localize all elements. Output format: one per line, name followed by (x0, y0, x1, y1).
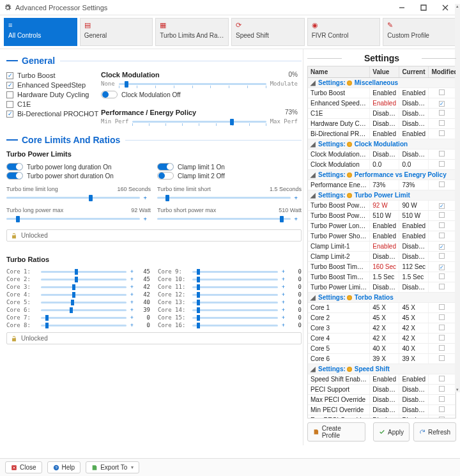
section-core-limits-heading: Core Limits And Ratios (6, 135, 302, 145)
settings-row[interactable]: Turbo BoostEnabledEnabled (308, 88, 456, 98)
window-minimize[interactable] (391, 1, 413, 15)
settings-row[interactable]: Turbo Boost Time Wind…1.5 Sec1.5 Sec (308, 272, 456, 282)
ratio-row[interactable]: Core 3:+42 (6, 284, 150, 290)
create-profile-button[interactable]: Create Profile (307, 422, 365, 441)
settings-row[interactable]: Core 342 X42 X (308, 323, 456, 334)
group-row[interactable]: ◢Settings:Turbo Power Limit (308, 190, 456, 201)
settings-row[interactable]: Speed Shift EnabledEnabledEnabled (308, 374, 456, 385)
window-close[interactable] (434, 1, 456, 15)
unlock-icon (11, 233, 17, 239)
settings-row[interactable]: Clock Modulation IsEna…DisabledDisabled (308, 150, 456, 160)
field-slider[interactable]: + (157, 215, 298, 222)
help-button[interactable]: ? Help (47, 461, 81, 473)
tab-speed[interactable]: ⟳Speed Shift (231, 18, 305, 46)
settings-row[interactable]: Core 639 X39 X (308, 354, 456, 364)
ratio-row[interactable]: Core 4:+42 (6, 291, 150, 298)
apply-button[interactable]: Apply (373, 422, 410, 441)
field-slider[interactable]: + (157, 194, 298, 201)
ratio-row[interactable]: Core 6:+39 (6, 307, 150, 313)
settings-row[interactable]: Turbo Power Short Dur…EnabledEnabled (308, 231, 456, 242)
settings-row[interactable]: Epp PECI OverrideDisabledDisabled (308, 415, 456, 419)
settings-row[interactable]: Turbo Power Long Dura…EnabledEnabled (308, 221, 456, 231)
settings-row[interactable]: Performance Energy Po…73%73% (308, 180, 456, 190)
clock-mod-toggle[interactable]: Clock Modulation Off (101, 91, 181, 98)
clock-mod-slider[interactable]: None Modulate (101, 81, 298, 87)
tab-all[interactable]: ≡All Controls (4, 18, 77, 46)
toggle-clamp-limit-2-off[interactable]: Clamp limit 2 Off (157, 172, 302, 180)
checkbox-enhanced-speedstep[interactable]: Enhanced SpeedStep (6, 81, 101, 89)
field-slider[interactable]: + (6, 215, 147, 222)
settings-row[interactable]: Clamp Limit-2DisabledDisabled (308, 252, 456, 262)
settings-row[interactable]: C1EDisabledDisabled (308, 109, 456, 119)
speed-tab-icon: ⟳ (236, 21, 245, 30)
ratio-row[interactable]: Core 11:+0 (158, 284, 302, 290)
settings-row[interactable]: Max PECI OverrideDisabledDisabled (308, 395, 456, 405)
export-button[interactable]: Export To ▾ (86, 461, 139, 473)
settings-row[interactable]: Hardware Duty CyclingDisabledDisabled (308, 119, 456, 129)
settings-row[interactable]: Turbo Boost Power Ma…510 W510 W (308, 211, 456, 221)
ratio-row[interactable]: Core 15:+0 (158, 314, 302, 321)
settings-row[interactable]: Turbo Boost Time Wind…160 Sec112 Sec (308, 262, 456, 272)
settings-row[interactable]: Enhanced SpeedStepEnabledDisabled (308, 98, 456, 109)
settings-row[interactable]: Min PECI OverrideDisabledDisabled (308, 405, 456, 415)
turbo-power-lock[interactable]: Unlocked (6, 229, 302, 242)
ratio-row[interactable]: Core 14:+0 (158, 307, 302, 313)
tab-label: General (84, 32, 149, 39)
settings-row[interactable]: Bi-Directional PROCHOTEnabledEnabled (308, 129, 456, 139)
tab-turbo[interactable]: ▦Turbo Limits And Ratios (155, 18, 229, 46)
switch (157, 172, 174, 180)
checkbox-turbo-boost[interactable]: Turbo Boost (6, 72, 101, 79)
ratios-lock[interactable]: Unlocked (6, 332, 302, 344)
ratio-row[interactable]: Core 2:+45 (6, 276, 150, 282)
toggle-label: Clamp limit 1 On (178, 164, 302, 171)
ratio-row[interactable]: Core 12:+0 (158, 291, 302, 298)
general-checkboxes: Turbo BoostEnhanced SpeedStepHardware Du… (6, 70, 101, 126)
settings-row[interactable]: PECI SupportDisabledDisabled (308, 385, 456, 395)
group-row[interactable]: ◢Settings:Clock Modulation (308, 139, 456, 150)
ratio-row[interactable]: Core 16:+0 (158, 322, 302, 328)
tab-custom[interactable]: ✎Custom Profile (383, 18, 456, 46)
col-modified[interactable]: Modified (429, 66, 456, 78)
settings-row[interactable]: Turbo Power Limit LockDisabledDisabled (308, 282, 456, 293)
col-current[interactable]: Current (399, 66, 429, 78)
col-name[interactable]: Name (308, 66, 370, 78)
settings-row[interactable]: Core 245 X45 X (308, 313, 456, 323)
settings-row[interactable]: Clock Modulation0.00.0 (308, 160, 456, 170)
ratio-row[interactable]: Core 7:+0 (6, 314, 150, 321)
toggle-clamp-limit-1-on[interactable]: Clamp limit 1 On (157, 163, 302, 171)
scroll-up-icon[interactable]: ▴ (455, 4, 460, 9)
scroll-down-icon[interactable]: ▾ (455, 387, 460, 392)
window-maximize[interactable] (413, 1, 434, 15)
refresh-button[interactable]: Refresh (413, 422, 456, 441)
group-row[interactable]: ◢Settings:Performance vs Enegry Policy (308, 170, 456, 180)
settings-row[interactable]: Core 540 X40 X (308, 344, 456, 354)
checkbox-box (6, 91, 13, 98)
toggle-turbo-power-long-duration-on[interactable]: Turbo power long duration On (6, 163, 151, 171)
checkbox-label: Bi-Derectional PROCHOT (17, 110, 98, 118)
col-value[interactable]: Value (370, 66, 399, 78)
checkbox-c1e[interactable]: C1E (6, 100, 101, 108)
ratio-row[interactable]: Core 9:+0 (158, 268, 302, 275)
ratio-row[interactable]: Core 1:+45 (6, 268, 150, 275)
perf-policy-slider[interactable]: Min Perf Max Perf (101, 118, 298, 125)
group-row[interactable]: ◢Settings:Miscellaneous (308, 78, 456, 88)
checkbox-hardware-duty-cycling[interactable]: Hardware Duty Cycling (6, 91, 101, 98)
ratio-row[interactable]: Core 5:+40 (6, 299, 150, 305)
settings-row[interactable]: Clamp Limit-1EnabledDisabled (308, 242, 456, 252)
group-row[interactable]: ◢Settings:Torbo Ratios (308, 293, 456, 303)
ratio-row[interactable]: Core 10:+0 (158, 276, 302, 282)
settings-row[interactable]: Turbo Boost Power Ma…92 W90 W (308, 201, 456, 211)
tab-label: All Controls (8, 32, 73, 39)
settings-row[interactable]: Core 145 X45 X (308, 303, 456, 313)
toggle-turbo-power-short-duration-on[interactable]: Turbo power short duration On (6, 172, 151, 180)
close-button[interactable]: Close (5, 461, 42, 473)
tab-fivr[interactable]: ◉FIVR Control (307, 18, 381, 46)
tab-general[interactable]: ▤General (80, 18, 153, 46)
group-row[interactable]: ◢Settings:Speed Shift (308, 364, 456, 374)
ratio-row[interactable]: Core 8:+0 (6, 322, 150, 328)
settings-row[interactable]: Core 442 X42 X (308, 334, 456, 344)
settings-grid[interactable]: Name Value Current Modified ◢Settings:Mi… (307, 66, 456, 418)
field-slider[interactable]: + (6, 194, 147, 201)
ratio-row[interactable]: Core 13:+0 (158, 299, 302, 305)
checkbox-bi-derectional-prochot[interactable]: Bi-Derectional PROCHOT (6, 110, 101, 118)
